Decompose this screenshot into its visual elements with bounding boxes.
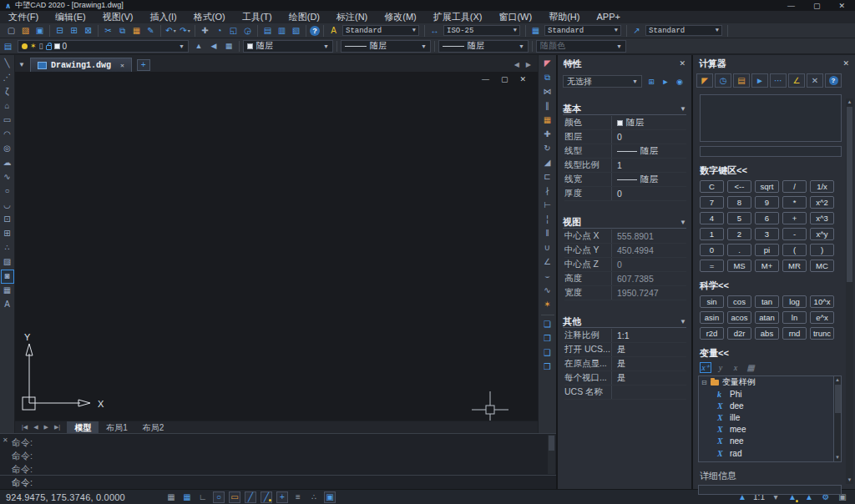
calc-key-button[interactable]: 3 bbox=[755, 228, 779, 240]
property-row[interactable]: 中心点 Z 0 bbox=[564, 258, 686, 272]
calc-key-button[interactable]: pi bbox=[755, 244, 779, 256]
document-tab[interactable]: Drawing1.dwg ✕ bbox=[30, 58, 132, 72]
region-icon[interactable]: ◙ bbox=[1, 270, 14, 284]
variable-row[interactable]: X ille bbox=[699, 411, 841, 423]
property-value[interactable]: 450.4994 bbox=[611, 244, 686, 257]
dim-style-icon[interactable]: ↔ bbox=[428, 25, 441, 37]
chamfer-icon[interactable]: ∠ bbox=[540, 255, 555, 270]
construction-line-icon[interactable]: ⋰ bbox=[1, 71, 14, 85]
clear-history-icon[interactable]: ◤ bbox=[696, 73, 713, 88]
section-header[interactable]: 基本 ▼ bbox=[563, 103, 686, 115]
tab-scroll-right-icon[interactable]: ▶ bbox=[526, 61, 531, 68]
history-icon[interactable]: ◷ bbox=[715, 73, 731, 88]
style-combo[interactable]: Standard ▼ bbox=[342, 25, 419, 36]
property-value[interactable]: 是 bbox=[611, 343, 686, 356]
plot-preview-icon[interactable]: ⊞ bbox=[68, 25, 80, 37]
menu-item[interactable]: 绘图(D) bbox=[281, 11, 328, 23]
model-paper-toggle-icon[interactable]: ▣ bbox=[324, 491, 336, 503]
scientific-section-label[interactable]: 科学<< bbox=[700, 280, 848, 292]
property-row[interactable]: 注释比例 1:1 bbox=[564, 329, 686, 343]
polar-tracking-icon[interactable]: ╱ bbox=[245, 491, 256, 503]
minimize-button[interactable]: — bbox=[787, 2, 795, 10]
lineweight-combo[interactable]: 随层 ▼ bbox=[438, 40, 529, 53]
paste-to-command-line-icon[interactable]: ▤ bbox=[733, 73, 750, 88]
calculator-close-icon[interactable]: ✕ bbox=[842, 59, 849, 68]
sci-key-button[interactable]: abs bbox=[755, 327, 779, 340]
calc-key-button[interactable]: 6 bbox=[755, 212, 779, 224]
move-icon[interactable]: ✚ bbox=[540, 128, 555, 142]
calc-key-button[interactable]: 9 bbox=[755, 196, 779, 209]
sci-key-button[interactable]: acos bbox=[727, 311, 751, 324]
calc-key-button[interactable]: 5 bbox=[727, 212, 751, 224]
snap-mode-icon[interactable]: ▦ bbox=[181, 491, 193, 503]
property-row[interactable]: 高度 607.7385 bbox=[564, 272, 686, 286]
collapse-caret-icon[interactable]: ▼ bbox=[680, 219, 686, 226]
style-combo[interactable]: Standard ▼ bbox=[645, 25, 722, 36]
property-row[interactable]: 厚度 0 bbox=[564, 187, 686, 201]
match-properties-icon[interactable]: ✎ bbox=[144, 25, 157, 37]
property-row[interactable]: 打开 UCS... 是 bbox=[564, 343, 686, 357]
create-block-icon[interactable]: ⊞ bbox=[1, 227, 14, 241]
spline-icon[interactable]: ∿ bbox=[1, 170, 14, 184]
variables-section-label[interactable]: 变量<< bbox=[700, 347, 848, 360]
mirror-icon[interactable]: ⋈ bbox=[540, 85, 555, 99]
calc-key-button[interactable]: x^2 bbox=[810, 196, 834, 209]
dynamic-input-icon[interactable]: + bbox=[276, 491, 288, 503]
design-center-icon[interactable]: ▥ bbox=[276, 25, 288, 37]
table-style-icon[interactable]: ▦ bbox=[529, 25, 542, 37]
insert-block-icon[interactable]: ⊡ bbox=[1, 213, 14, 227]
calc-key-button[interactable]: * bbox=[782, 196, 807, 209]
layout-tab[interactable]: 模型 bbox=[67, 421, 99, 434]
make-layer-current-icon[interactable]: ▲ bbox=[192, 40, 205, 53]
measure-angle-icon[interactable]: ∠ bbox=[788, 73, 805, 88]
bring-to-front-icon[interactable]: ❏ bbox=[540, 318, 555, 332]
publish-icon[interactable]: ⊠ bbox=[82, 25, 94, 37]
hatch-icon[interactable]: ▨ bbox=[1, 255, 14, 270]
calc-key-button[interactable]: MC bbox=[810, 260, 834, 272]
variables-tree[interactable]: ⊟ 变量样例 k Phi X dee X bbox=[698, 375, 842, 462]
layer-combo[interactable]: ✶ ▯ 0 ▼ bbox=[18, 40, 189, 53]
property-row[interactable]: 线型 随层 bbox=[564, 144, 686, 159]
rotate-icon[interactable]: ↻ bbox=[540, 142, 555, 156]
command-window-close-icon[interactable]: ✕ bbox=[3, 436, 8, 444]
doc-restore-icon[interactable]: ▢ bbox=[501, 75, 508, 83]
menu-item[interactable]: 工具(T) bbox=[234, 11, 281, 23]
lineweight-display-icon[interactable]: ≡ bbox=[292, 491, 304, 503]
first-layout-icon[interactable]: |◀ bbox=[22, 424, 28, 431]
property-row[interactable]: 中心点 X 555.8901 bbox=[564, 229, 686, 244]
calc-help-icon[interactable]: ? bbox=[825, 73, 842, 88]
collapse-caret-icon[interactable]: ▼ bbox=[680, 105, 686, 113]
menu-item[interactable]: 视图(V) bbox=[94, 11, 142, 23]
property-value[interactable]: 0 bbox=[611, 258, 686, 271]
send-to-back-icon[interactable]: ❐ bbox=[540, 332, 555, 346]
variables-scrollbar[interactable]: ▲ ▼ bbox=[833, 376, 841, 461]
properties-close-icon[interactable]: ✕ bbox=[679, 59, 686, 68]
table-icon[interactable]: ▦ bbox=[1, 284, 14, 298]
calc-key-button[interactable]: 7 bbox=[700, 196, 724, 209]
line-icon[interactable]: ╲ bbox=[1, 57, 14, 71]
text-style-icon[interactable]: A bbox=[327, 25, 340, 37]
menu-item[interactable]: 窗口(W) bbox=[490, 11, 540, 23]
properties-palette-icon[interactable]: ▤ bbox=[261, 25, 274, 37]
get-coordinates-icon[interactable]: ► bbox=[751, 73, 768, 88]
layout-tab[interactable]: 布局1 bbox=[99, 421, 135, 434]
sci-key-button[interactable]: r2d bbox=[700, 327, 724, 340]
linetype-combo[interactable]: 随层 ▼ bbox=[341, 40, 431, 53]
erase-icon[interactable]: ◤ bbox=[540, 57, 555, 71]
property-row[interactable]: 宽度 1950.7247 bbox=[564, 286, 686, 300]
quick-select-icon[interactable]: ◉ bbox=[673, 75, 686, 88]
property-row[interactable]: 颜色 随层 bbox=[564, 116, 686, 130]
copy-icon[interactable]: ⧉ bbox=[540, 71, 555, 85]
property-value[interactable]: 随层 bbox=[611, 173, 686, 186]
edit-variable-icon[interactable]: y bbox=[715, 362, 726, 373]
select-objects-icon[interactable]: ► bbox=[659, 75, 672, 88]
circle-icon[interactable]: ◎ bbox=[1, 142, 14, 156]
command-scrollbar[interactable] bbox=[548, 435, 555, 474]
scroll-down-icon[interactable]: ▼ bbox=[846, 476, 853, 484]
command-history[interactable]: 命令:命令:命令: bbox=[12, 436, 546, 474]
next-layout-icon[interactable]: ▶ bbox=[44, 424, 48, 431]
calc-key-button[interactable]: / bbox=[782, 180, 807, 193]
delete-variable-icon[interactable]: x bbox=[730, 362, 741, 373]
property-row[interactable]: 中心点 Y 450.4994 bbox=[564, 244, 686, 258]
section-header[interactable]: 视图 ▼ bbox=[563, 216, 686, 229]
